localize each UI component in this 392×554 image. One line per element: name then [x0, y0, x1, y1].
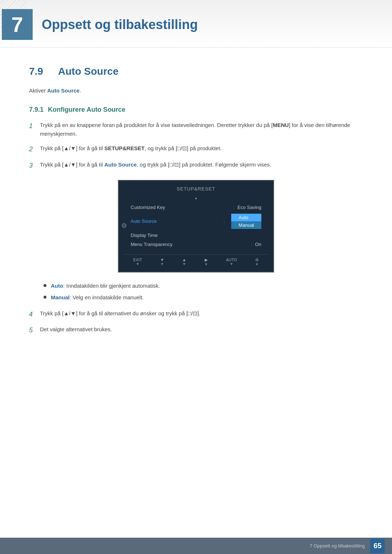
step-3-number: 3 — [29, 160, 40, 171]
screen-title: SETUP&RESET — [124, 186, 268, 192]
chapter-header: 7 Oppsett og tilbakestilling — [0, 0, 392, 48]
chapter-number-box: 7 — [2, 9, 33, 40]
menu-item-menu-transparency: Menu Transparency : On — [128, 240, 264, 249]
btn-right: ▶ ▼ — [204, 258, 208, 266]
step-5: 5 Det valgte alternativet brukes. — [29, 325, 363, 336]
steps-list-before: 1 Trykk på en av knappene foran på produ… — [29, 121, 363, 171]
section-title: Auto Source — [58, 66, 118, 77]
bullet-list: Auto: Inndatakilden blir gjenkjent autom… — [44, 282, 363, 302]
btn-auto: AUTO ▼ — [226, 258, 237, 266]
step-4: 4 Trykk på [▲/▼] for å gå til alternativ… — [29, 309, 363, 320]
bullet-manual-bold: Manual — [51, 294, 70, 300]
customized-key-value: Eco Saving — [237, 205, 261, 210]
bullet-dot-2 — [44, 296, 46, 299]
step-4-number: 4 — [29, 309, 40, 320]
step-1: 1 Trykk på en av knappene foran på produ… — [29, 121, 363, 138]
screen-container: SETUP&RESET ▲ ⚙ Customized Key : Eco Sav… — [29, 180, 363, 272]
menu-item-customized-key: Customized Key : Eco Saving — [128, 203, 264, 212]
intro-bold: Auto Source — [47, 87, 79, 94]
screen-bottom-bar: EXIT ▼ ▼ ▼ ▲ ▼ ▶ ▼ AUTO ▼ — [124, 254, 268, 266]
page-footer: 7 Oppsett og tilbakestilling 65 — [0, 538, 392, 554]
chapter-number: 7 — [11, 14, 23, 35]
btn-auto-arrow: ▼ — [226, 262, 237, 266]
btn-down: ▼ ▼ — [160, 258, 164, 266]
step-3: 3 Trykk på [▲/▼] for å gå til Auto Sourc… — [29, 160, 363, 171]
screen-triangle: ▲ — [124, 196, 268, 200]
menu-item-auto-source: Auto Source : Auto Manual — [128, 212, 264, 231]
section-number: 7.9 — [29, 66, 51, 77]
gear-icon: ⚙ — [121, 222, 127, 230]
chapter-title: Oppsett og tilbakestilling — [42, 17, 198, 32]
step-2-bold: SETUP&RESET — [105, 145, 145, 151]
subsection-title: Konfigurere Auto Source — [48, 106, 125, 114]
btn-right-icon: ▶ — [205, 258, 208, 262]
display-time-label: Display Time — [131, 233, 261, 238]
btn-auto-label: AUTO — [226, 258, 237, 262]
bullet-auto-text: Auto: Inndatakilden blir gjenkjent autom… — [51, 282, 160, 290]
main-content: 7.9 Auto Source Aktiver Auto Source. 7.9… — [0, 66, 392, 336]
btn-settings-arrow: ▼ — [255, 262, 259, 266]
step-5-text: Det valgte alternativet brukes. — [40, 325, 363, 334]
separator-3: : — [251, 242, 252, 247]
intro-text: Aktiver — [29, 87, 47, 94]
bullet-auto: Auto: Inndatakilden blir gjenkjent autom… — [44, 282, 363, 290]
step-3-text: Trykk på [▲/▼] for å gå til Auto Source,… — [40, 160, 363, 169]
step-1-number: 1 — [29, 121, 40, 131]
step-2-text: Trykk på [▲/▼] for å gå til SETUP&RESET,… — [40, 144, 363, 153]
btn-settings: ⚙ ▼ — [255, 258, 259, 266]
step-2: 2 Trykk på [▲/▼] for å gå til SETUP&RESE… — [29, 144, 363, 155]
btn-exit: EXIT ▼ — [133, 258, 142, 266]
customized-key-label: Customized Key — [131, 205, 230, 210]
footer-text: 7 Oppsett og tilbakestilling — [310, 543, 365, 549]
step-4-text: Trykk på [▲/▼] for å gå til alternativet… — [40, 309, 363, 318]
step-5-number: 5 — [29, 325, 40, 336]
subsection-heading: 7.9.1 Konfigurere Auto Source — [29, 106, 363, 114]
step-2-number: 2 — [29, 144, 40, 155]
auto-source-dropdown: Auto Manual — [231, 214, 261, 229]
option-auto: Auto — [231, 214, 261, 221]
menu-item-display-time: Display Time — [128, 231, 264, 240]
btn-settings-icon: ⚙ — [255, 258, 259, 262]
step-3-auto-source: Auto Source — [105, 161, 137, 168]
step-1-text: Trykk på en av knappene foran på produkt… — [40, 121, 363, 138]
menu-transparency-value: On — [255, 242, 261, 247]
screen-simulation: SETUP&RESET ▲ ⚙ Customized Key : Eco Sav… — [118, 180, 274, 272]
auto-source-label: Auto Source — [131, 218, 221, 224]
intro-end: . — [79, 87, 81, 94]
bullet-dot-1 — [44, 284, 46, 287]
menu-items-list: Customized Key : Eco Saving Auto Source … — [124, 203, 268, 249]
btn-down-arrow: ▼ — [160, 262, 164, 266]
footer-page-number: 65 — [370, 539, 385, 553]
btn-right-arrow: ▼ — [204, 262, 208, 266]
menu-transparency-label: Menu Transparency — [131, 242, 248, 247]
separator-2: : — [224, 218, 225, 224]
btn-exit-label: EXIT — [133, 258, 142, 262]
btn-exit-arrow: ▼ — [133, 262, 142, 266]
subsection-number: 7.9.1 — [29, 106, 44, 114]
steps-list-after: 4 Trykk på [▲/▼] for å gå til alternativ… — [29, 309, 363, 336]
btn-up: ▲ ▼ — [182, 258, 186, 266]
separator-1: : — [233, 205, 235, 210]
btn-down-icon: ▼ — [160, 258, 164, 262]
bullet-auto-bold: Auto — [51, 283, 63, 289]
bullet-manual-text: Manual: Velg en inndatakilde manuelt. — [51, 293, 144, 302]
option-manual: Manual — [231, 221, 261, 229]
intro-paragraph: Aktiver Auto Source. — [29, 86, 363, 95]
step-1-menu-key: MENU — [273, 122, 289, 128]
section-heading: 7.9 Auto Source — [29, 66, 363, 77]
btn-up-arrow: ▼ — [182, 262, 186, 266]
btn-up-icon: ▲ — [182, 258, 186, 262]
bullet-manual: Manual: Velg en inndatakilde manuelt. — [44, 293, 363, 302]
